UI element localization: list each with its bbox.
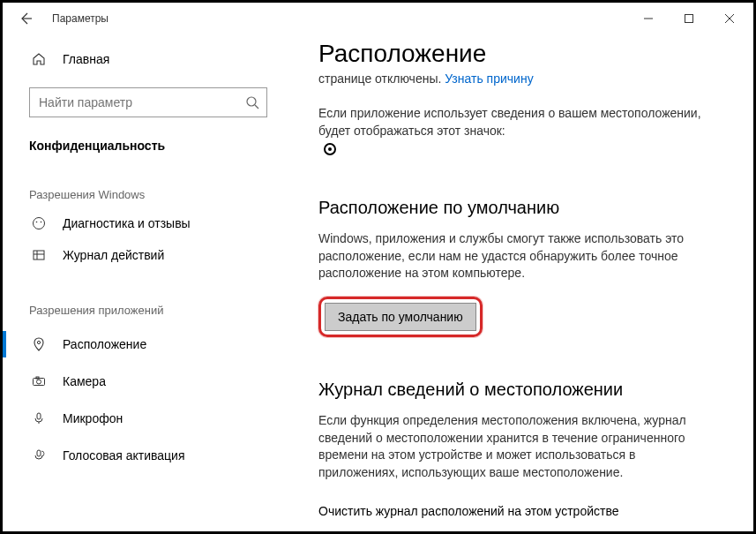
nav-diagnostics[interactable]: Диагностика и отзывы bbox=[3, 210, 285, 237]
location-icon bbox=[29, 337, 49, 351]
home-label: Главная bbox=[63, 52, 109, 66]
microphone-icon bbox=[29, 411, 49, 425]
nav-location[interactable]: Расположение bbox=[3, 326, 285, 363]
default-location-heading: Расположение по умолчанию bbox=[318, 198, 727, 218]
window-buttons bbox=[628, 4, 750, 33]
location-indicator-icon bbox=[324, 143, 336, 155]
window-title: Параметры bbox=[52, 12, 109, 25]
camera-icon bbox=[29, 374, 49, 388]
svg-point-14 bbox=[37, 380, 41, 384]
svg-point-12 bbox=[37, 341, 40, 343]
history-heading: Журнал сведений о местоположении bbox=[318, 380, 727, 400]
svg-rect-18 bbox=[37, 450, 41, 456]
nav-label: Диагностика и отзывы bbox=[63, 216, 191, 230]
nav-microphone[interactable]: Микрофон bbox=[3, 400, 285, 437]
group-app-permissions: Разрешения приложений bbox=[29, 304, 285, 317]
learn-why-link[interactable]: Узнать причину bbox=[445, 71, 533, 86]
maximize-icon bbox=[685, 14, 693, 23]
svg-rect-9 bbox=[34, 251, 44, 259]
maximize-button[interactable] bbox=[669, 4, 709, 33]
nav-label: Журнал действий bbox=[63, 248, 164, 262]
svg-point-7 bbox=[36, 222, 38, 223]
settings-window: Параметры Главная Конфиденциальность Раз… bbox=[0, 0, 756, 534]
arrow-left-icon bbox=[18, 11, 34, 26]
nav-camera[interactable]: Камера bbox=[3, 363, 285, 400]
search-input[interactable] bbox=[39, 95, 245, 109]
usage-text-line: Если приложение использует сведения о ва… bbox=[318, 105, 707, 139]
close-icon bbox=[725, 14, 734, 23]
search-box[interactable] bbox=[29, 87, 267, 117]
home-icon bbox=[29, 52, 49, 66]
svg-point-8 bbox=[41, 222, 42, 223]
set-default-button[interactable]: Задать по умолчанию bbox=[325, 303, 476, 331]
back-button[interactable] bbox=[15, 8, 36, 29]
close-button[interactable] bbox=[709, 4, 750, 33]
content-area: Расположение странице отключены. Узнать … bbox=[285, 34, 753, 531]
voice-icon bbox=[29, 448, 49, 463]
home-nav[interactable]: Главная bbox=[29, 43, 267, 75]
default-location-text: Windows, приложения и службы смогут такж… bbox=[318, 230, 707, 282]
minimize-button[interactable] bbox=[628, 4, 669, 33]
sidebar: Главная Конфиденциальность Разрешения Wi… bbox=[3, 34, 285, 531]
nav-label: Микрофон bbox=[63, 411, 123, 425]
svg-point-4 bbox=[247, 97, 256, 106]
svg-point-6 bbox=[34, 218, 45, 229]
search-icon bbox=[245, 95, 259, 109]
group-windows-permissions: Разрешения Windows bbox=[29, 188, 285, 201]
disabled-notice: странице отключены. Узнать причину bbox=[318, 71, 727, 86]
svg-rect-16 bbox=[37, 413, 41, 419]
nav-label: Камера bbox=[63, 374, 106, 388]
activity-icon bbox=[29, 248, 49, 262]
minimize-icon bbox=[644, 14, 653, 23]
window-body: Главная Конфиденциальность Разрешения Wi… bbox=[3, 34, 753, 531]
svg-rect-1 bbox=[685, 15, 693, 23]
feedback-icon bbox=[29, 216, 49, 230]
page-heading: Расположение bbox=[318, 40, 727, 68]
nav-voice-activation[interactable]: Голосовая активация bbox=[3, 437, 285, 474]
disabled-text: странице отключены. bbox=[318, 71, 445, 86]
nav-activity-log[interactable]: Журнал действий bbox=[3, 237, 285, 274]
svg-line-5 bbox=[255, 105, 258, 109]
nav-label: Голосовая активация bbox=[63, 448, 185, 463]
titlebar: Параметры bbox=[3, 3, 753, 34]
history-text: Если функция определения местоположения … bbox=[318, 412, 707, 481]
clear-history-label: Очистить журнал расположений на этом уст… bbox=[318, 504, 727, 518]
nav-label: Расположение bbox=[63, 337, 146, 351]
location-indicator-row bbox=[318, 143, 727, 155]
highlight-frame: Задать по умолчанию bbox=[318, 297, 483, 337]
sidebar-section-title: Конфиденциальность bbox=[29, 139, 267, 153]
